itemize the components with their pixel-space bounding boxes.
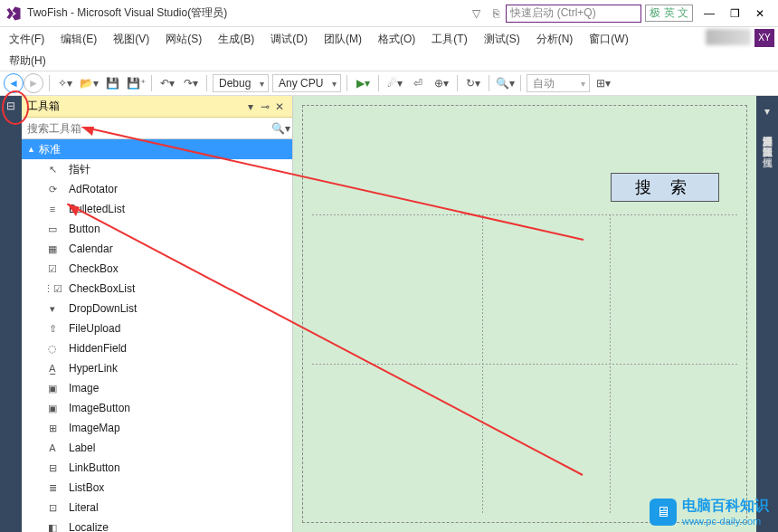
adrotator-icon: ⟳ [45,182,60,196]
new-project-button[interactable]: ✧▾ [55,73,75,93]
toolbox-item[interactable]: A̲HyperLink [22,358,292,378]
toolbox-search-input[interactable] [22,119,269,138]
listbox-icon: ≣ [45,480,60,495]
toolbox-item[interactable]: ▣ImageButton [22,398,292,418]
toolbox-item[interactable]: ▭Button [22,219,292,239]
toolbox-item[interactable]: ▦Calendar [22,239,292,259]
design-grid [312,214,737,513]
ime-indicator[interactable]: 极 英 文 [645,5,693,22]
body: ⊟ 服务器资源管理器 工具箱 ▾ ⊸ ✕ 🔍▾ ▲ 标准 ↖指针⟳AdRotat… [0,96,778,532]
strip-caret-icon[interactable]: ▾ [756,105,778,118]
open-file-button[interactable]: 📂▾ [79,73,99,93]
toolbox-item[interactable]: ⇧FileUpload [22,318,292,338]
nav-back-button[interactable]: ◄ [4,73,24,93]
toolbox-item[interactable]: ⊞ImageMap [22,418,292,438]
menu-analyze[interactable]: 分析(N) [533,30,577,49]
menu-build[interactable]: 生成(B) [214,30,258,49]
category-label: 标准 [39,142,61,157]
toolbox-item[interactable]: ⟳AdRotator [22,179,292,199]
menubar: 文件(F) 编辑(E) 视图(V) 网站(S) 生成(B) 调试(D) 团队(M… [0,27,778,51]
menu-window[interactable]: 窗口(W) [585,30,631,49]
search-icon[interactable]: 🔍▾ [269,122,292,135]
toolbox-item[interactable]: ☑CheckBox [22,259,292,279]
design-surface[interactable]: 搜 索 [293,96,756,532]
menu-view[interactable]: 视图(V) [109,30,153,49]
toolbox-item[interactable]: ALabel [22,438,292,458]
toolbox-item-label: DropDownList [69,302,137,315]
watermark-logo-icon: 🖥 [650,499,677,526]
toolbox-item[interactable]: ⋮☑CheckBoxList [22,279,292,299]
imagebutton-icon: ▣ [45,401,60,415]
save-button[interactable]: 💾 [102,73,122,93]
table-tool-button[interactable]: ⊞▾ [593,73,613,93]
menu-debug[interactable]: 调试(D) [267,30,311,49]
menu-help[interactable]: 帮助(H) [9,53,46,69]
toolbox-item[interactable]: ⊡Literal [22,498,292,518]
right-strip: ▾ 解决方案资源管理器 团队资源管理器 属性 [756,96,778,532]
toolbox-title: 工具箱 [27,99,243,114]
checkboxlist-icon: ⋮☑ [45,281,60,296]
config-combo[interactable]: Debug [213,74,269,92]
start-debug-button[interactable]: ▶▾ [353,73,373,93]
toolbox-header: 工具箱 ▾ ⊸ ✕ [22,96,292,118]
toolbox-item[interactable]: ≡BulletedList [22,199,292,219]
new-line-button[interactable]: ⏎ [408,73,428,93]
imagemap-icon: ⊞ [45,421,60,435]
find-button[interactable]: 🔍▾ [495,73,515,93]
toolbox-dropdown-button[interactable]: ▾ [243,100,258,113]
watermark: 🖥 电脑百科知识 www.pc-daily.com [650,497,769,527]
menu-team[interactable]: 团队(M) [320,30,365,49]
toolbox-item[interactable]: ↖指针 [22,159,292,179]
left-strip[interactable]: ⊟ 服务器资源管理器 [0,96,22,532]
toolbox-pin-button[interactable]: ⊸ [258,100,272,113]
toolbox-item[interactable]: ▣Image [22,378,292,398]
toolbox-item-label: CheckBoxList [69,282,135,295]
element-combo[interactable]: 自动 [527,74,590,92]
menu-edit[interactable]: 编辑(E) [57,30,100,49]
feedback-icon[interactable]: ⎘ [486,7,506,20]
toolbox-item-label: Label [69,442,95,454]
browser-link-button[interactable]: ☄▾ [384,73,404,93]
redo-button[interactable]: ↷▾ [181,73,201,93]
toolbox-item-label: Calendar [69,242,113,255]
close-button[interactable]: ✕ [747,4,773,24]
toolbox-item[interactable]: ◧Localize [22,518,292,532]
nav-forward-button[interactable]: ► [24,73,43,93]
hyperlink-icon: A̲ [45,361,60,375]
toolbox-item-label: Image [69,382,99,394]
restore-button[interactable]: ❐ [722,4,747,24]
minimize-button[interactable]: — [697,4,722,24]
search-button-control[interactable]: 搜 索 [611,173,719,202]
menu-format[interactable]: 格式(O) [375,30,419,49]
toolbox-category-standard[interactable]: ▲ 标准 [22,139,292,159]
undo-button[interactable]: ↶▾ [157,73,177,93]
account-badge[interactable]: XY [754,29,774,47]
dropdownlist-icon: ▾ [45,301,60,316]
nav-arrows: ◄ ► [4,73,43,93]
toolbox-close-button[interactable]: ✕ [272,100,287,113]
toolbox-item[interactable]: ▾DropDownList [22,299,292,318]
toolbox-item-label: ImageButton [69,402,130,414]
menu-tools[interactable]: 工具(T) [428,30,470,49]
expand-triangle-icon: ▲ [27,145,35,154]
toolbox-item[interactable]: ≣ListBox [22,478,292,498]
toolbox-item-label: HyperLink [69,362,118,375]
platform-combo[interactable]: Any CPU [272,74,341,92]
bulletedlist-icon: ≡ [45,202,60,216]
save-all-button[interactable]: 💾⁺ [126,73,146,93]
quick-launch-input[interactable]: 快速启动 (Ctrl+Q) [506,5,641,23]
menu-test[interactable]: 测试(S) [480,30,524,49]
fileupload-icon: ⇧ [45,321,60,336]
menu-website[interactable]: 网站(S) [162,30,205,49]
design-canvas[interactable]: 搜 索 [302,105,747,523]
refresh-button[interactable]: ↻▾ [463,73,483,93]
toolbox-items-list: ↖指针⟳AdRotator≡BulletedList▭Button▦Calend… [22,159,292,532]
watermark-url: www.pc-daily.com [682,516,769,527]
指针-icon: ↖ [45,162,60,176]
target-button[interactable]: ⊕▾ [432,73,451,93]
flag-icon[interactable]: ▽ [466,7,486,20]
toolbox-item[interactable]: ◌HiddenField [22,338,292,358]
toolbox-item-label: Button [69,223,100,235]
toolbox-item[interactable]: ⊟LinkButton [22,458,292,478]
menu-file[interactable]: 文件(F) [5,30,48,49]
